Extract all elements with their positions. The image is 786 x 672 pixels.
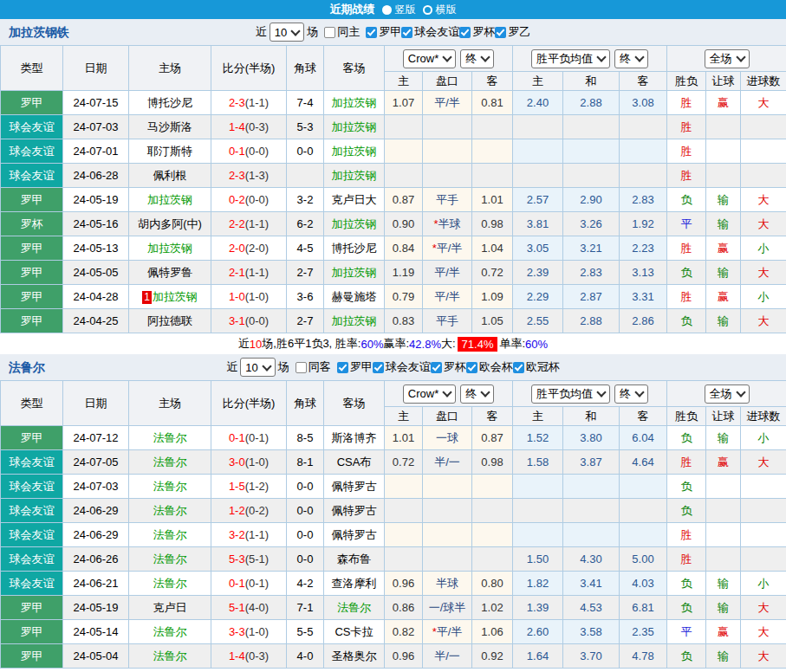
fulltime-score[interactable]: 5-3 [229,552,245,565]
cell-score[interactable]: 0-1(0-1) [211,572,287,596]
cell-date: 24-06-26 [63,547,129,572]
league-filter[interactable]: 球会友谊 [401,24,459,40]
league-filter[interactable]: 罗杯 [459,24,495,40]
col-goals: 进球数 [741,407,786,426]
cell-handicap-result [706,475,741,499]
league-filter-label: 球会友谊 [386,359,431,375]
cell-score[interactable]: 1-5(1-2) [211,475,287,499]
league-filter[interactable]: 罗甲 [366,24,401,40]
fulltime-score[interactable]: 0-1 [229,145,245,158]
cell-score[interactable]: 2-0(2-0) [211,236,287,261]
radio-unselected-icon[interactable] [423,5,432,15]
avg-type-select[interactable]: 胜平负均值 [531,384,610,404]
same-venue-filter[interactable]: 同主 [324,24,360,40]
fulltime-score[interactable]: 0-2 [229,193,245,206]
cell-odds-home: 1.01 [385,426,423,450]
cell-avg-home: 1.39 [513,596,563,620]
fulltime-score[interactable]: 2-1 [229,266,245,279]
checkbox-checked-icon[interactable] [513,362,524,373]
home-team-name: 加拉茨钢 [147,242,192,255]
checkbox-checked-icon[interactable] [373,362,384,373]
recent-count-select[interactable]: 10 [240,358,275,377]
col-handicap-result: 让球 [706,407,741,426]
cell-score[interactable]: 2-3(1-1) [211,91,287,115]
cell-goals-result: 大 [741,596,786,620]
cell-score[interactable]: 5-3(5-1) [211,547,287,572]
cell-avg-draw [563,115,620,139]
cell-score[interactable]: 5-1(4-0) [211,596,287,620]
league-filter[interactable]: 罗乙 [495,24,530,40]
fulltime-score[interactable]: 3-3 [229,625,245,638]
league-filter[interactable]: 欧冠杯 [513,359,560,375]
table-row: 球会友谊24-07-03法鲁尔1-5(1-2)0-0佩特罗古负 [1,475,786,499]
fulltime-score[interactable]: 1-2 [229,504,245,517]
checkbox-checked-icon[interactable] [431,362,442,373]
cell-odds-home: 0.84 [385,236,423,261]
cell-score[interactable]: 3-0(1-0) [211,450,287,475]
league-filter[interactable]: 球会友谊 [373,359,431,375]
cell-handicap: 平手 [423,188,472,212]
league-filter[interactable]: 罗杯 [431,359,466,375]
odds-company-select[interactable]: Crow* [403,384,456,404]
col-date: 日期 [63,46,129,91]
checkbox-checked-icon[interactable] [401,27,412,38]
fulltime-score[interactable]: 1-4 [229,120,245,133]
layout-radio-vertical[interactable]: 竖版 [382,3,416,17]
cell-score[interactable]: 3-3(1-0) [211,620,287,644]
checkbox-unchecked-icon[interactable] [324,27,335,38]
fulltime-score[interactable]: 1-4 [229,649,245,662]
league-filter[interactable]: 欧会杯 [466,359,513,375]
fulltime-score[interactable]: 1-0 [229,290,245,303]
fulltime-score[interactable]: 3-1 [229,314,245,327]
checkbox-checked-icon[interactable] [337,362,348,373]
radio-selected-icon[interactable] [382,5,392,15]
scope-select[interactable]: 全场 [705,49,750,68]
cell-score[interactable]: 1-0(1-0) [211,285,287,309]
avg-time-select[interactable]: 终 [614,384,648,404]
fulltime-score[interactable]: 2-3 [229,96,245,109]
cell-score[interactable]: 3-2(1-1) [211,523,287,547]
cell-score[interactable]: 2-1(1-1) [211,261,287,285]
fulltime-score[interactable]: 3-2 [229,528,245,541]
cell-match-type: 球会友谊 [1,164,63,188]
cell-avg-away: 3.13 [620,261,667,285]
league-filter[interactable]: 罗甲 [337,359,373,375]
cell-score[interactable]: 0-1(0-1) [211,426,287,450]
cell-date: 24-07-03 [63,115,129,139]
fulltime-score[interactable]: 2-3 [229,169,245,182]
cell-handicap [423,115,472,139]
avg-time-select[interactable]: 终 [614,49,648,68]
fulltime-score[interactable]: 0-1 [229,431,245,444]
layout-radio-horizontal[interactable]: 横版 [423,3,457,17]
fulltime-score[interactable]: 2-0 [229,242,245,255]
fulltime-score[interactable]: 2-2 [229,217,245,230]
recent-count-select[interactable]: 10 [270,23,304,42]
same-venue-filter[interactable]: 同客 [296,359,331,375]
scope-select[interactable]: 全场 [705,384,750,404]
cell-score[interactable]: 0-2(0-0) [211,188,287,212]
fulltime-score[interactable]: 0-1 [229,577,245,590]
checkbox-checked-icon[interactable] [466,362,477,373]
odds-company-select[interactable]: Crow* [403,49,456,68]
cell-avg-away: 4.03 [620,572,667,596]
cell-score[interactable]: 1-2(0-2) [211,499,287,523]
cell-score[interactable]: 2-3(1-3) [211,164,287,188]
cell-score[interactable]: 1-4(0-3) [211,644,287,669]
checkbox-checked-icon[interactable] [366,27,377,38]
fulltime-score[interactable]: 5-1 [229,601,245,614]
cell-score[interactable]: 1-4(0-3) [211,115,287,139]
avg-type-select[interactable]: 胜平负均值 [531,49,610,68]
checkbox-checked-icon[interactable] [459,27,471,38]
summary-stats: 近10场,胜3平1负6, 胜率:30% 赢率:33.3% 大:66.6% 单率:… [0,669,786,672]
cell-score[interactable]: 0-1(0-0) [211,139,287,164]
league-filter-label: 欧冠杯 [526,359,560,375]
fulltime-score[interactable]: 3-0 [229,456,245,468]
odds-time-select[interactable]: 终 [460,49,494,68]
checkbox-checked-icon[interactable] [495,27,506,38]
cell-score[interactable]: 2-2(1-1) [211,212,287,236]
fulltime-score[interactable]: 1-5 [229,480,245,493]
odds-time-select[interactable]: 终 [460,384,494,404]
cell-score[interactable]: 3-1(0-0) [211,309,287,333]
cell-avg-home: 2.29 [513,285,563,309]
checkbox-unchecked-icon[interactable] [296,362,307,373]
